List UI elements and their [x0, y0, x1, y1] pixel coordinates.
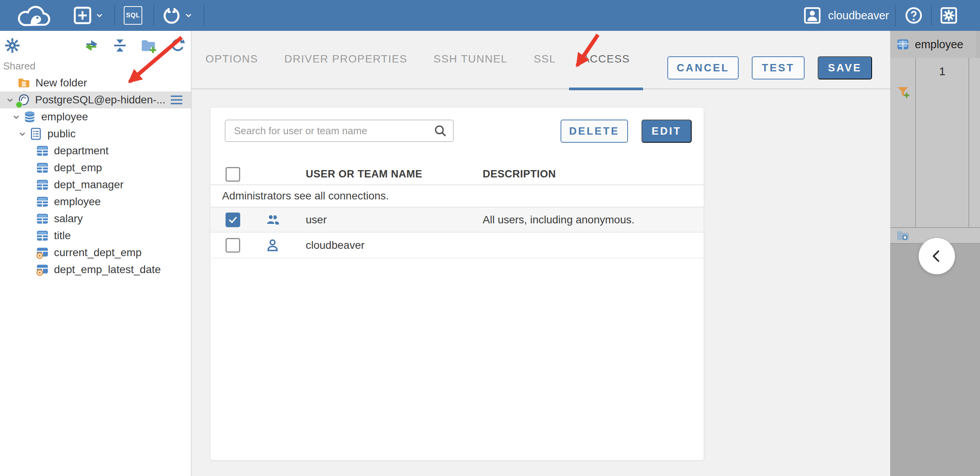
- tree-item-label: title: [54, 230, 71, 242]
- search-input[interactable]: [226, 125, 433, 137]
- search-icon[interactable]: [433, 123, 448, 138]
- table-icon: [36, 212, 49, 225]
- row-description: All users, including anonymous.: [483, 214, 704, 226]
- team-icon: [265, 213, 280, 227]
- tree-item-label: dept_emp_latest_date: [54, 263, 161, 276]
- row-checkbox-unchecked[interactable]: [226, 238, 240, 253]
- expand-panel-button[interactable]: [919, 238, 955, 274]
- tree-item-table-employee[interactable]: employee: [0, 193, 191, 210]
- settings-button[interactable]: [940, 7, 958, 24]
- new-connection-button[interactable]: [73, 6, 104, 25]
- user-menu-button[interactable]: cloudbeaver: [803, 7, 889, 24]
- admin-notice-text: Administrators see all connections.: [222, 190, 389, 202]
- result-panel-collapsed: 1 employee: [890, 31, 980, 476]
- sql-editor-button[interactable]: SQL: [124, 6, 142, 25]
- row-menu-icon[interactable]: [170, 94, 183, 106]
- tree-item-table-title[interactable]: title: [0, 227, 191, 244]
- driver-manager-button[interactable]: [162, 6, 193, 25]
- postgresql-icon: [17, 93, 30, 106]
- cancel-button[interactable]: CANCEL: [667, 56, 739, 79]
- add-filter-icon[interactable]: [896, 85, 910, 99]
- tree-item-table-department[interactable]: department: [0, 142, 191, 159]
- result-tab-strip: employee: [890, 31, 980, 58]
- collapse-all-icon[interactable]: [112, 38, 128, 53]
- help-icon: [904, 6, 923, 25]
- tab-driver-properties[interactable]: DRIVER PROPERTIES: [271, 30, 421, 88]
- connection-status-dot: [15, 101, 23, 108]
- user-name-label: cloudbeaver: [828, 9, 889, 22]
- gear-icon[interactable]: [5, 38, 20, 53]
- tree-item-label: public: [47, 128, 76, 140]
- tree-item-table-dept_emp[interactable]: dept_emp: [0, 159, 191, 176]
- plus-square-icon: [73, 6, 92, 25]
- chevron-down-icon[interactable]: [18, 129, 27, 138]
- settings-gear-icon: [940, 7, 958, 24]
- schema-icon: [29, 127, 42, 140]
- table-icon: [36, 161, 49, 174]
- column-header-description: DESCRIPTION: [483, 168, 704, 180]
- tree-item-view-current_dept_emp[interactable]: current_dept_emp: [0, 244, 191, 261]
- sidebar-toolbar: [0, 31, 191, 55]
- test-button[interactable]: TEST: [752, 56, 805, 79]
- tab-options[interactable]: OPTIONS: [192, 30, 271, 88]
- header-separator: [114, 5, 115, 26]
- table-icon: [36, 144, 49, 157]
- result-tab-employee[interactable]: employee: [890, 31, 976, 58]
- tab-ssl[interactable]: SSL: [520, 30, 569, 88]
- result-tab-label: employee: [915, 38, 963, 51]
- help-button[interactable]: [904, 6, 923, 25]
- select-all-checkbox[interactable]: [226, 167, 240, 182]
- header-separator: [931, 5, 932, 26]
- tab-ssh-tunnel[interactable]: SSH TUNNEL: [421, 30, 521, 88]
- sidebar-section-label: Shared: [0, 55, 191, 74]
- row-checkbox-checked[interactable]: [226, 213, 240, 227]
- refresh-icon[interactable]: [170, 38, 185, 53]
- tree-item-database-employee[interactable]: employee: [0, 108, 191, 125]
- collapsed-panel-area: [890, 244, 980, 476]
- chevron-down-icon[interactable]: [12, 112, 21, 122]
- table-icon: [36, 178, 49, 191]
- grid-divider: [915, 58, 916, 227]
- chevron-down-icon[interactable]: [5, 95, 15, 105]
- person-icon: [265, 238, 280, 253]
- app-header: SQL cloudbeaver: [0, 0, 980, 31]
- tree-item-label: dept_manager: [54, 179, 124, 191]
- tree-item-new-folder[interactable]: New folder: [0, 74, 191, 91]
- database-icon: [23, 110, 36, 123]
- column-header-name: USER OR TEAM NAME: [306, 168, 483, 180]
- row-name: cloudbeaver: [306, 239, 483, 252]
- table-icon: [36, 229, 49, 242]
- table-row-user[interactable]: user All users, including anonymous.: [210, 208, 704, 233]
- add-folder-icon[interactable]: [140, 38, 157, 53]
- folder-database-icon: [17, 76, 30, 89]
- access-panel: DELETE EDIT USER OR TEAM NAME DESCRIPTIO…: [210, 108, 704, 460]
- access-table-header: USER OR TEAM NAME DESCRIPTION: [210, 164, 704, 185]
- save-results-icon[interactable]: [896, 229, 910, 243]
- tree-item-schema-public[interactable]: public: [0, 125, 191, 142]
- navigation-sidebar: Shared New folder PostgreSQL@ep-hidden-.…: [0, 31, 192, 476]
- search-field: [225, 120, 454, 142]
- user-avatar-icon: [803, 7, 821, 24]
- header-separator: [204, 5, 204, 26]
- view-icon: [36, 246, 49, 259]
- sql-editor-icon: SQL: [124, 6, 142, 25]
- sync-arrows-icon[interactable]: [83, 38, 99, 53]
- tree-item-view-dept_emp_latest_date[interactable]: dept_emp_latest_date: [0, 261, 191, 278]
- tree-item-postgresql-connection[interactable]: PostgreSQL@ep-hidden-...: [0, 91, 191, 108]
- header-separator: [895, 5, 896, 26]
- tab-access[interactable]: ACCESS: [569, 30, 643, 88]
- edit-button[interactable]: EDIT: [642, 120, 692, 143]
- table-row-cloudbeaver[interactable]: cloudbeaver: [210, 233, 704, 258]
- cloudbeaver-logo[interactable]: [15, 3, 53, 28]
- table-icon: [36, 195, 49, 208]
- tree-item-label: New folder: [35, 77, 87, 89]
- view-icon: [36, 263, 49, 276]
- tree-item-table-dept_manager[interactable]: dept_manager: [0, 176, 191, 193]
- wrench-icon: [162, 6, 181, 25]
- row-name: user: [306, 214, 483, 226]
- tree-item-label: PostgreSQL@ep-hidden-...: [35, 94, 165, 106]
- delete-button[interactable]: DELETE: [561, 120, 628, 143]
- tree-item-table-salary[interactable]: salary: [0, 210, 191, 227]
- tree-item-label: employee: [41, 111, 88, 123]
- save-button[interactable]: SAVE: [818, 56, 872, 79]
